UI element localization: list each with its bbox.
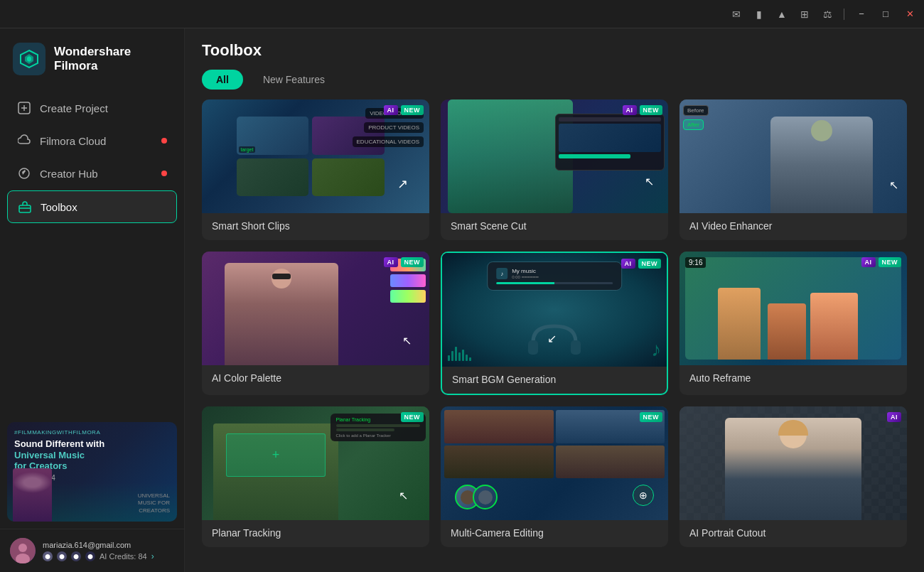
tool-thumbnail: AI	[679, 406, 907, 520]
tool-thumbnail: target	[202, 99, 429, 213]
nav-items: Create Project Filmora Cloud	[0, 92, 184, 223]
tool-label: Smart Scene Cut	[441, 213, 668, 240]
sidebar-item-toolbox[interactable]: Toolbox	[7, 190, 177, 223]
sidebar: Wondershare Filmora Create Project	[0, 28, 185, 572]
new-badge: NEW	[879, 257, 902, 267]
tool-label: AI Portrait Cutout	[679, 520, 907, 547]
logo-area: Wondershare Filmora	[0, 28, 184, 92]
tool-thumbnail: ↖ AI NEW	[202, 252, 429, 365]
app-name: Wondershare Filmora	[54, 45, 171, 74]
badges: AI NEW	[384, 105, 424, 115]
tool-thumbnail: ⊕ NEW	[441, 406, 668, 520]
user-credits-row: ● ● ● ● AI Credits: 84 ›	[43, 551, 174, 561]
page-title: Toolbox	[202, 41, 907, 60]
maximize-button[interactable]: □	[879, 7, 893, 21]
tool-thumbnail: ↖ AI NEW	[441, 99, 668, 213]
tool-thumbnail: ♪ My music 0:00 ━━━━━━	[442, 253, 667, 367]
plus-square-icon	[17, 101, 31, 115]
tool-card-smart-scene-cut[interactable]: ↖ AI NEW Smart Scene Cut	[441, 99, 668, 240]
user-info: mariazia.614@gmail.com ● ● ● ● AI Credit…	[43, 541, 174, 561]
sidebar-item-create-project[interactable]: Create Project	[7, 92, 177, 124]
user-credits: AI Credits: 84	[100, 552, 147, 561]
time-badge: 9:16	[685, 257, 706, 268]
tab-all[interactable]: All	[202, 70, 243, 90]
user-area: mariazia.614@gmail.com ● ● ● ● AI Credit…	[0, 529, 184, 572]
content-area: Toolbox All New Features target	[185, 28, 924, 572]
tool-card-multi-camera-editing[interactable]: ⊕ NEW Multi-Camera Editing	[441, 406, 668, 547]
tool-thumbnail: Before After ↖	[679, 99, 907, 213]
minimize-button[interactable]: −	[854, 7, 869, 21]
monitor-icon[interactable]: ▮	[753, 8, 765, 21]
tool-card-ai-portrait-cutout[interactable]: AI AI Portrait Cutout	[679, 406, 907, 547]
ai-badge: AI	[861, 257, 876, 267]
ai-badge: AI	[384, 105, 398, 115]
sidebar-item-label: Create Project	[40, 102, 108, 114]
title-bar-icons: ✉ ▮ ▲ ⊞ ⚖ − □ ✕	[730, 7, 917, 21]
toolbox-icon	[18, 200, 32, 214]
tool-card-smart-bgm-generation[interactable]: ♪ My music 0:00 ━━━━━━	[441, 252, 668, 395]
badges: NEW	[640, 412, 663, 422]
content-header: Toolbox All New Features	[185, 28, 924, 99]
credit-icon-4: ●	[85, 551, 95, 561]
title-bar: ✉ ▮ ▲ ⊞ ⚖ − □ ✕	[0, 0, 924, 28]
svg-rect-13	[528, 340, 538, 355]
badges: AI NEW	[621, 259, 662, 269]
ai-badge: AI	[621, 259, 635, 269]
svg-marker-7	[22, 170, 26, 175]
new-badge: NEW	[401, 105, 424, 115]
new-badge: NEW	[640, 412, 663, 422]
new-badge: NEW	[401, 257, 424, 267]
compass-icon	[17, 166, 31, 180]
tool-card-smart-short-clips[interactable]: target	[202, 99, 429, 240]
user-email: mariazia.614@gmail.com	[43, 541, 174, 549]
tool-label: Smart BGM Generation	[442, 367, 667, 394]
sidebar-item-label: Toolbox	[41, 201, 77, 213]
tool-label: AI Video Enhancer	[679, 213, 907, 240]
promo-banner[interactable]: #FilmmakingWithFilmora Sound Different w…	[7, 422, 177, 522]
promo-tag: #FilmmakingWithFilmora	[14, 429, 170, 436]
tool-card-ai-video-enhancer[interactable]: Before After ↖ AI Video Enhancer	[679, 99, 907, 240]
badges: AI NEW	[623, 105, 663, 115]
ai-badge: AI	[623, 105, 637, 115]
tool-thumbnail: + Planar Tracking Click to add a Planar …	[202, 406, 429, 520]
svg-point-6	[19, 168, 29, 178]
new-badge: NEW	[638, 259, 662, 269]
tool-card-planar-tracking[interactable]: + Planar Tracking Click to add a Planar …	[202, 406, 429, 547]
credit-icon-3: ●	[71, 551, 81, 561]
tab-bar: All New Features	[202, 70, 907, 90]
cloud-upload-icon[interactable]: ▲	[775, 8, 788, 21]
credit-icon-2: ●	[57, 551, 67, 561]
tools-grid: target	[185, 99, 924, 564]
tab-new-features[interactable]: New Features	[249, 70, 339, 90]
grid-icon[interactable]: ⊞	[798, 8, 811, 21]
separator	[844, 9, 844, 20]
notification-dot	[161, 171, 167, 176]
badges: AI NEW	[861, 257, 902, 267]
tool-label: Smart Short Clips	[202, 213, 429, 240]
badges: AI NEW	[384, 257, 424, 267]
tool-card-auto-reframe[interactable]: 9:16 AI NEW Auto Reframe	[679, 252, 907, 395]
svg-point-11	[18, 544, 27, 552]
sidebar-item-creator-hub[interactable]: Creator Hub	[7, 158, 177, 189]
svg-rect-14	[571, 340, 581, 355]
credit-icon-1: ●	[43, 551, 53, 561]
sidebar-item-filmora-cloud[interactable]: Filmora Cloud	[7, 125, 177, 156]
notification-dot	[161, 138, 167, 144]
user-arrow-icon[interactable]: ›	[151, 551, 154, 561]
bookmark-icon[interactable]: ✉	[730, 8, 743, 21]
app-logo	[13, 43, 45, 75]
ai-badge: AI	[384, 257, 398, 267]
sidebar-item-label: Filmora Cloud	[40, 135, 106, 147]
badges: AI	[887, 412, 901, 422]
ai-badge: AI	[887, 412, 901, 422]
svg-rect-8	[19, 205, 31, 212]
sidebar-item-label: Creator Hub	[40, 168, 98, 180]
tool-thumbnail: 9:16 AI NEW	[679, 252, 907, 365]
headset-icon[interactable]: ⚖	[821, 8, 834, 21]
main-layout: Wondershare Filmora Create Project	[0, 28, 924, 572]
badges: NEW	[401, 412, 424, 422]
tool-label: AI Color Palette	[202, 365, 429, 392]
close-button[interactable]: ✕	[903, 7, 917, 21]
tool-card-ai-color-palette[interactable]: ↖ AI NEW AI Color Palette	[202, 252, 429, 395]
tool-label: Planar Tracking	[202, 520, 429, 547]
